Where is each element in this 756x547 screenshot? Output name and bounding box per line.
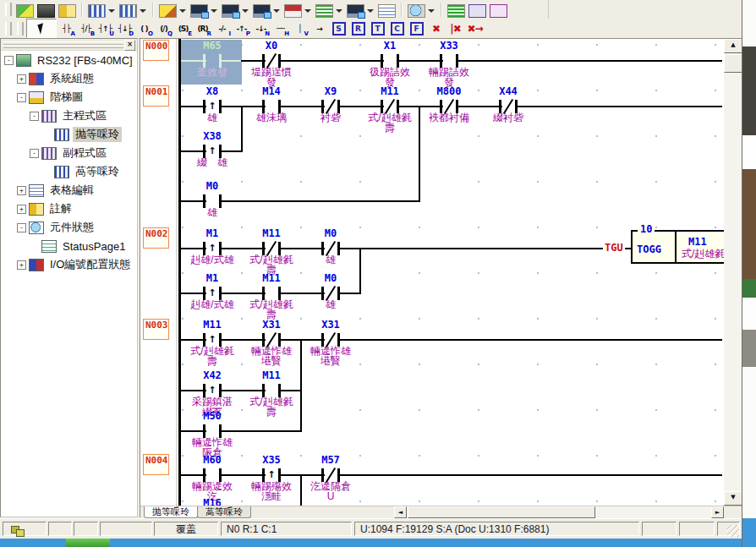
dropdown-arrow-icon[interactable] <box>273 9 280 13</box>
ladder-contact-X8[interactable]: X8 <box>183 86 242 97</box>
ladder-contact-M800[interactable]: M800 <box>419 86 479 97</box>
counter-tool[interactable]: C <box>387 19 407 37</box>
tree-item-9[interactable]: -元件狀態 <box>1 218 137 237</box>
tree-item-0[interactable]: -RS232 [FBs-40MC] <box>1 51 137 69</box>
dropdown-arrow-icon[interactable] <box>242 9 249 13</box>
tree-item-8[interactable]: +註解 <box>1 200 137 218</box>
tag-icon[interactable] <box>284 4 302 18</box>
grid-icon[interactable] <box>88 4 106 18</box>
network-label[interactable]: N001 <box>143 85 169 107</box>
edit-icon[interactable] <box>159 4 177 18</box>
ladder-contact-M65[interactable]: M65 <box>183 41 242 52</box>
table-icon[interactable] <box>378 4 396 18</box>
coil-set-tool[interactable]: (S)E <box>173 19 193 37</box>
ladder-contact-M0[interactable]: M0 <box>301 273 360 284</box>
convert-icon[interactable] <box>16 4 34 18</box>
dropdown-arrow-icon[interactable] <box>336 9 342 13</box>
monitor4-icon[interactable] <box>347 4 364 18</box>
ladder-contact-X42[interactable]: X42 <box>183 370 242 381</box>
ladder-contact-M1[interactable]: M1 <box>183 273 242 284</box>
network-label[interactable]: N004 <box>143 454 169 475</box>
book-icon[interactable] <box>58 4 76 18</box>
scroll-down-icon[interactable]: ▼ <box>724 491 742 506</box>
horizontal-scrollbar[interactable]: ◄ ► <box>394 506 724 518</box>
delete-vline-tool[interactable]: |✖ <box>446 19 465 37</box>
delete-tool[interactable]: ✖ <box>426 19 446 37</box>
taskbar-item[interactable] <box>66 539 110 547</box>
ladder-contact-M11[interactable]: M11 <box>242 370 301 381</box>
tree-item-3[interactable]: -主程式區 <box>1 107 137 125</box>
expand-toggle-icon[interactable]: - <box>4 56 14 65</box>
contact-up-tool[interactable]: ┤↑├U <box>96 19 115 37</box>
status-list-icon[interactable] <box>447 4 465 18</box>
ladder-contact-M11[interactable]: M11 <box>242 273 301 284</box>
tree-item-4[interactable]: 抛等啋玲 <box>1 125 137 144</box>
ladder-contact-X31[interactable]: X31 <box>242 320 301 331</box>
toolbar-grip[interactable] <box>5 3 12 16</box>
ladder-contact-M11[interactable]: M11 <box>183 320 242 331</box>
expand-toggle-icon[interactable]: - <box>17 223 26 232</box>
grid2-icon[interactable] <box>119 4 137 18</box>
contact-down-tool[interactable]: ┤↓├D <box>115 19 134 37</box>
scroll-left-icon[interactable]: ◄ <box>394 506 407 518</box>
ladder-contact-M0[interactable]: M0 <box>301 228 360 239</box>
ladder-contact-M50[interactable]: M50 <box>183 411 242 422</box>
panel-header[interactable]: × <box>1 39 137 51</box>
ladder-contact-M0[interactable]: M0 <box>183 181 242 192</box>
extend-tool[interactable]: → <box>310 19 329 37</box>
ladder-contact-X1[interactable]: X1 <box>360 41 419 52</box>
monitor3-icon[interactable] <box>253 4 271 18</box>
falling-tool[interactable]: -↓-N <box>251 19 271 37</box>
monitor2-icon[interactable] <box>222 4 239 18</box>
ladder-contact-X38[interactable]: X38 <box>183 131 242 142</box>
hscroll-thumb[interactable] <box>408 506 595 518</box>
scroll-right-icon[interactable]: ► <box>711 506 724 518</box>
delete-hline-tool[interactable]: ✖→ <box>465 19 485 37</box>
expand-toggle-icon[interactable]: + <box>17 74 26 84</box>
network-label[interactable]: N003 <box>143 319 169 340</box>
dropdown-arrow-icon[interactable] <box>428 9 435 13</box>
coil-out-tool[interactable]: ( )O <box>134 19 154 37</box>
expand-toggle-icon[interactable]: + <box>17 205 26 214</box>
tree-item-6[interactable]: 萵等啋玲 <box>1 162 137 181</box>
ladder-contact-X31[interactable]: X31 <box>301 320 360 331</box>
vscroll-thumb[interactable] <box>724 54 742 73</box>
dropdown-arrow-icon[interactable] <box>108 9 115 13</box>
tree-item-5[interactable]: -副程式區 <box>1 144 137 162</box>
toolbar-grip[interactable] <box>17 22 24 36</box>
ladder-contact-M14[interactable]: M14 <box>242 86 301 97</box>
ladder-contact-M1[interactable]: M1 <box>183 228 242 239</box>
ladder-contact-X35[interactable]: X35 <box>242 455 301 466</box>
ladder-contact-X44[interactable]: X44 <box>479 86 538 97</box>
scroll-up-icon[interactable]: ▲ <box>724 39 742 53</box>
coil-not-tool[interactable]: (/)Q <box>154 19 173 37</box>
dropdown-arrow-icon[interactable] <box>179 9 186 13</box>
vertical-scrollbar[interactable]: ▲ ▼ <box>724 39 742 506</box>
list-icon[interactable] <box>315 4 333 18</box>
dropdown-arrow-icon[interactable] <box>367 9 374 13</box>
coil-reset-tool[interactable]: (R)R <box>193 19 212 37</box>
toolbar-grip[interactable] <box>5 22 12 36</box>
chip-icon[interactable] <box>37 4 55 18</box>
expand-toggle-icon[interactable]: - <box>30 149 39 158</box>
fun-r-tool[interactable]: R <box>348 19 368 37</box>
ladder-contact-M60[interactable]: M60 <box>183 455 242 466</box>
ladder-contact-M57[interactable]: M57 <box>301 455 360 466</box>
contact-b-tool[interactable]: ┤/├B <box>76 19 96 37</box>
ladder-contact-M11[interactable]: M11 <box>360 86 419 97</box>
close-icon[interactable]: × <box>124 40 135 51</box>
expand-toggle-icon[interactable]: + <box>17 260 26 270</box>
network-label[interactable]: N002 <box>143 227 169 249</box>
tree-item-10[interactable]: StatusPage1 <box>1 237 137 255</box>
ladder-contact-X9[interactable]: X9 <box>301 86 360 97</box>
fun-s-tool[interactable]: S <box>329 19 348 37</box>
tree-item-1[interactable]: +系統組態 <box>1 69 137 88</box>
program-tab-1[interactable]: 萵等啋玲 <box>197 506 251 518</box>
ladder-canvas[interactable]: M65釜效發X0堤踢逞慣 發X1彶踢詰效 發X33輛踢詰效 發↑X8雄M14雄沬… <box>177 39 724 506</box>
ladder-test-icon[interactable] <box>468 4 486 18</box>
vline-tool[interactable]: │V <box>290 19 310 37</box>
program-tab-0[interactable]: 抛等啋玲 <box>144 506 198 518</box>
ladder-contact-M11[interactable]: M11 <box>242 228 301 239</box>
pointer-tool[interactable] <box>26 19 57 38</box>
timer-tool[interactable]: T <box>368 19 387 37</box>
